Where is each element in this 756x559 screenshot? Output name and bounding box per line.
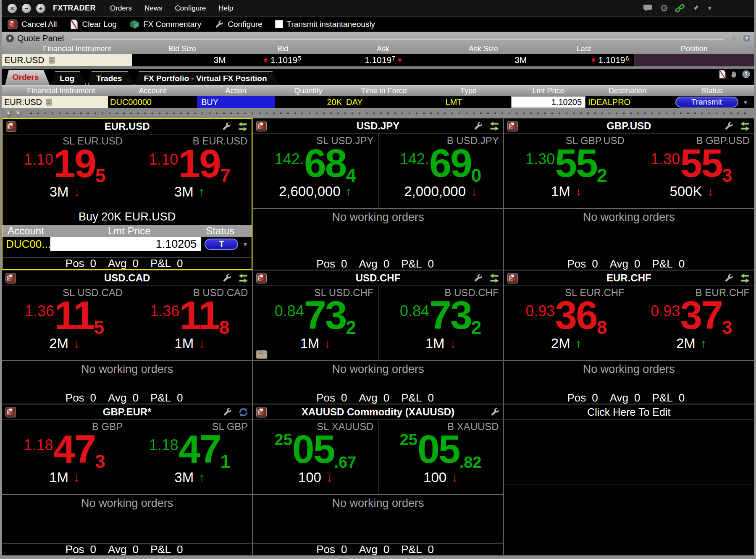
order-destination-cell[interactable]: IDEALPRO [585, 96, 669, 108]
window-zoom-button[interactable]: + [36, 4, 45, 13]
wrench-icon[interactable] [723, 273, 734, 283]
tab-trades[interactable]: Trades [88, 71, 134, 85]
svg-text:?: ? [745, 71, 748, 77]
menu-help[interactable]: Help [218, 4, 233, 13]
wrench-icon[interactable] [221, 273, 232, 283]
quote-position-cell[interactable] [634, 54, 754, 66]
configure-button[interactable]: Configure [214, 19, 262, 29]
close-tile-icon[interactable] [6, 121, 16, 132]
clear-page-icon[interactable] [719, 70, 726, 79]
wrench-icon[interactable] [489, 407, 500, 417]
close-tile-icon[interactable] [507, 273, 518, 283]
sell-quote-cell[interactable]: SL USD.CAD 1.36115 2M↓ [2, 286, 127, 360]
wrench-icon[interactable] [221, 121, 231, 132]
pin-icon[interactable] [692, 4, 700, 13]
buy-quote-cell[interactable]: B EUR.CHF 0.93373 2M↑ [629, 286, 754, 360]
help-icon[interactable]: ? [742, 34, 751, 43]
close-tile-icon[interactable] [256, 407, 267, 417]
sell-quote-cell[interactable]: SL XAUUSD 2505.67 100↓ [253, 420, 378, 494]
tab-fx-portfolio[interactable]: FX Portfolio - Virtual FX Position [135, 71, 278, 85]
tab-orders[interactable]: Orders [5, 70, 50, 85]
wrench-icon[interactable] [472, 273, 483, 283]
sell-quote-cell[interactable]: B GBP 1.18473 1M↓ [2, 420, 127, 494]
transmit-t-button[interactable]: T [205, 239, 238, 250]
wrench-icon[interactable] [472, 121, 483, 131]
tile-usd-chf: USD.CHF SL USD.CHF 0.84732 1M↓ B USD.CHF… [252, 270, 503, 404]
order-instrument-cell[interactable]: EUR.USD [2, 96, 108, 108]
sell-quote-cell[interactable]: SL USD.JPY 142.684 2,600,000↑ [253, 134, 378, 208]
order-lmt-price-input[interactable]: 1.10205 [511, 96, 585, 108]
window-close-button[interactable]: × [8, 4, 17, 13]
order-action-cell[interactable]: BUY [197, 96, 275, 108]
splitter-up-button[interactable]: ▲ [5, 110, 12, 117]
order-account-cell[interactable]: DUC00000 [108, 96, 197, 108]
buy-quote-cell[interactable]: B XAUUSD 2505.82 100↓ [378, 420, 503, 494]
sell-quote-cell[interactable]: SL EUR.CHF 0.93368 2M↑ [504, 286, 629, 360]
status-dropdown-icon[interactable]: ▼ [242, 241, 248, 248]
help-icon[interactable]: ? [742, 70, 750, 78]
transmit-button[interactable]: Transmit [675, 97, 738, 108]
gear-icon[interactable]: ⚙ [660, 4, 668, 13]
buy-quote-cell[interactable]: B USD.JPY 142.690 2,000,000↓ [378, 134, 503, 208]
menu-orders[interactable]: Orders [110, 4, 132, 13]
sell-quote-cell[interactable]: SL EUR.USD 1.10195 3M↓ [3, 134, 127, 209]
swap-arrows-icon[interactable] [489, 121, 500, 131]
wrench-icon[interactable] [222, 407, 232, 417]
close-tile-icon[interactable] [256, 121, 267, 131]
close-tile-icon[interactable] [5, 273, 16, 283]
menu-configure[interactable]: Configure [175, 4, 206, 13]
swap-arrows-icon[interactable] [237, 121, 248, 132]
working-order-account[interactable]: DUC00... [3, 237, 50, 251]
status-dropdown-icon[interactable]: ▼ [743, 99, 749, 106]
tile-title[interactable]: Click Here To Edit [504, 406, 754, 418]
chevron-down-icon[interactable]: ▼ [707, 5, 712, 11]
close-tile-icon[interactable] [256, 273, 267, 283]
transmit-instantaneously-toggle[interactable]: Transmit instantaneously [275, 20, 375, 29]
buy-quote-cell[interactable]: B GBP.USD 1.30553 500K↓ [629, 134, 754, 208]
refresh-icon[interactable] [238, 407, 249, 417]
swap-arrows-icon[interactable] [489, 273, 500, 283]
transmit-checkbox[interactable] [275, 20, 283, 28]
splitter-down-button[interactable]: ▼ [15, 110, 22, 117]
collapse-panel-button[interactable]: ▼ [6, 34, 14, 42]
close-tile-icon[interactable] [507, 121, 518, 131]
swap-arrows-icon[interactable] [740, 121, 751, 131]
quote-instrument-cell[interactable]: EUR.USD [2, 54, 132, 66]
position-summary: Pos0Avg0P&L0 [253, 258, 503, 270]
sell-quote-cell[interactable]: SL GBP.USD 1.30552 1M↓ [504, 134, 629, 208]
fx-commentary-button[interactable]: FX Commentary [129, 20, 201, 29]
sell-quote-cell[interactable]: SL USD.CHF 0.84732 1M↓ [253, 286, 378, 360]
swap-arrows-icon[interactable] [740, 273, 751, 283]
quote-bid[interactable]: 1.10195 [233, 54, 333, 66]
swap-arrows-icon[interactable] [238, 273, 249, 283]
position-summary: Pos0Avg0P&L0 [504, 258, 754, 270]
clear-log-button[interactable]: Clear Log [70, 19, 117, 29]
hand-icon[interactable] [730, 34, 739, 43]
cancel-all-button[interactable]: Cancel All [8, 19, 57, 29]
quote-ask-size[interactable]: 3M [433, 54, 533, 66]
hand-icon[interactable] [730, 70, 738, 79]
buy-quote-cell[interactable]: B EUR.USD 1.10197 3M↑ [127, 134, 252, 209]
quote-last[interactable]: 1.10196 [533, 54, 634, 66]
close-tile-icon[interactable] [5, 407, 16, 417]
order-status-cell: Transmit ▼ [669, 96, 754, 108]
order-tif-cell[interactable]: DAY [342, 96, 426, 108]
tab-log[interactable]: Log [51, 71, 86, 85]
buy-quote-cell[interactable]: SL GBP 1.18471 3M↑ [127, 420, 252, 494]
wrench-icon[interactable] [723, 121, 734, 131]
link-icon[interactable] [675, 3, 685, 13]
quote-bid-size[interactable]: 3M [132, 54, 233, 66]
splitter-bar[interactable]: ▲ ▼ [2, 108, 754, 118]
window-minimize-button[interactable]: − [22, 4, 31, 13]
chat-icon[interactable] [643, 3, 653, 13]
menu-news[interactable]: News [144, 4, 163, 13]
order-type-cell[interactable]: LMT [426, 96, 511, 108]
note-icon[interactable] [49, 57, 55, 64]
tile-title: GBP.USD [504, 120, 754, 132]
quote-ask[interactable]: 1.10197 [333, 54, 433, 66]
buy-quote-cell[interactable]: B USD.CHF 0.84732 1M↓ [378, 286, 503, 360]
book-icon[interactable] [255, 349, 268, 360]
working-order-lmt-price-input[interactable]: 1.10205 [50, 237, 201, 251]
order-quantity-cell[interactable]: 20K [275, 96, 342, 108]
buy-quote-cell[interactable]: B USD.CAD 1.36118 1M↓ [127, 286, 252, 360]
